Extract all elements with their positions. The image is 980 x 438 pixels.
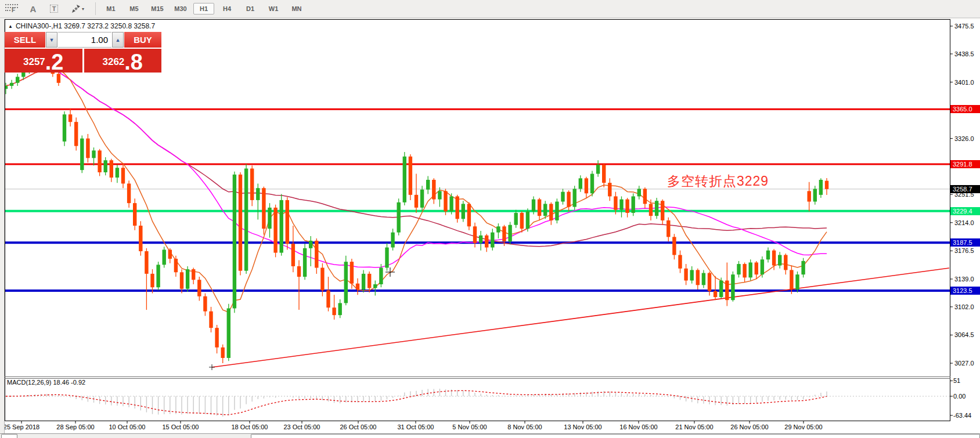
candle-body xyxy=(538,200,541,216)
candle-body xyxy=(215,328,218,347)
candle-body xyxy=(491,233,494,248)
chart-border-top xyxy=(5,19,950,20)
candle-body xyxy=(790,270,793,289)
candle-body xyxy=(456,196,459,219)
candle-body xyxy=(784,255,787,270)
price-tick-label: 3102.0 xyxy=(954,303,974,310)
candle-body xyxy=(661,201,664,220)
text-box-icon[interactable]: T xyxy=(45,2,63,16)
candle-body xyxy=(127,183,131,203)
time-tick-label: 28 Sep 05:00 xyxy=(56,423,94,430)
candle-body xyxy=(385,248,388,268)
candle-body xyxy=(338,303,342,315)
pane-splitter[interactable] xyxy=(5,378,950,379)
toolbar: F A T ▾ M1M5M15M30H1H4D1W1MN xyxy=(0,0,980,18)
candle-body xyxy=(133,203,136,226)
fibonacci-icon[interactable]: F xyxy=(3,2,21,16)
timeframe-button-m30[interactable]: M30 xyxy=(170,3,191,15)
timeframe-bar: M1M5M15M30H1H4D1W1MN xyxy=(100,3,307,15)
candle-body xyxy=(819,180,823,195)
candle-body xyxy=(714,291,717,297)
candle-body xyxy=(332,307,336,315)
candle-body xyxy=(16,77,19,82)
time-tick-label: 29 Nov 05:00 xyxy=(784,423,822,430)
price-tick-label: 3401.0 xyxy=(954,79,974,86)
candle-body xyxy=(110,160,113,178)
candle-body xyxy=(420,190,424,208)
one-click-trade-panel: SELL ▼ ▲ BUY 3257 .2 3262 .8 xyxy=(5,32,161,73)
moving-average-70[interactable] xyxy=(6,70,827,246)
candle-body xyxy=(708,273,711,291)
candle-body xyxy=(150,274,154,287)
macd-tick-label: 0.00 xyxy=(953,393,965,400)
ask-price[interactable]: 3262 .8 xyxy=(84,49,162,73)
fib-line xyxy=(5,4,18,5)
time-tick-label: 21 Nov 05:00 xyxy=(675,423,713,430)
candle-body xyxy=(608,183,611,196)
candle-body xyxy=(63,114,66,142)
volume-input[interactable] xyxy=(58,32,111,48)
candle-body xyxy=(749,262,752,277)
buy-button[interactable]: BUY xyxy=(124,32,161,48)
macd-tick-label: 51 xyxy=(953,377,960,384)
candle-body xyxy=(449,196,453,211)
time-tick-label: 23 Oct 05:00 xyxy=(284,423,320,430)
text-label-icon[interactable]: A xyxy=(24,2,42,16)
volume-increase-button[interactable]: ▲ xyxy=(112,32,124,48)
timeframe-button-m5[interactable]: M5 xyxy=(124,3,145,15)
candle-body xyxy=(209,312,212,328)
candle-body xyxy=(268,208,271,229)
candle-body xyxy=(297,266,301,277)
timeframe-button-m1[interactable]: M1 xyxy=(100,3,121,15)
price-tick-label: 3214.0 xyxy=(954,219,974,226)
timeframe-button-h1[interactable]: H1 xyxy=(193,3,214,15)
candle-body xyxy=(801,261,805,274)
candle-body xyxy=(116,168,119,178)
bid-price[interactable]: 3257 .2 xyxy=(5,49,82,73)
candle-body xyxy=(520,213,524,229)
candle-body xyxy=(98,150,101,172)
moving-average-32[interactable] xyxy=(6,70,827,267)
chart-title: ▲CHINA300-,H1 3269.7 3273.2 3250.8 3258.… xyxy=(8,22,155,30)
candle-body xyxy=(702,273,705,285)
timeframe-button-w1[interactable]: W1 xyxy=(263,3,284,15)
timeframe-button-h4[interactable]: H4 xyxy=(217,3,237,15)
candle-body xyxy=(239,175,242,271)
candle-body xyxy=(479,236,482,243)
time-tick-label: 10 Oct 05:00 xyxy=(109,423,146,430)
candle-body xyxy=(567,192,570,207)
candle-body xyxy=(286,200,289,244)
candle-body xyxy=(379,268,383,285)
price-scale-border xyxy=(950,19,950,421)
candle-body xyxy=(614,196,617,209)
candle-body xyxy=(244,169,248,271)
candle-body xyxy=(666,220,670,237)
candle-body xyxy=(462,204,465,219)
timeframe-button-d1[interactable]: D1 xyxy=(240,3,261,15)
fib-line xyxy=(5,10,10,11)
timeframe-button-mn[interactable]: MN xyxy=(286,3,307,15)
pane-splitter[interactable] xyxy=(5,377,950,377)
chart-tab[interactable] xyxy=(1,434,17,438)
collapse-icon: ▲ xyxy=(8,24,13,29)
candle-body xyxy=(690,270,694,280)
chart-border-bottom xyxy=(5,421,950,421)
candle-body xyxy=(80,139,84,170)
timeframe-button-m15[interactable]: M15 xyxy=(147,3,168,15)
time-tick-label: 18 Oct 05:00 xyxy=(232,423,268,430)
candle-body xyxy=(637,189,641,196)
time-tick-label: 5 Nov 05:00 xyxy=(452,423,487,430)
candle-body xyxy=(409,157,412,195)
mt4-window: F A T ▾ M1M5M15M30H1H4D1W1MN ▲CHINA300-,… xyxy=(0,0,980,438)
price-level-label: 3258.7 xyxy=(950,185,980,193)
candle-body xyxy=(233,175,236,309)
candle-body xyxy=(221,347,225,358)
arrow-tools-icon[interactable]: ▾ xyxy=(66,2,89,16)
candle-body xyxy=(655,201,658,216)
price-level-label: 3187.5 xyxy=(950,238,980,247)
chart-tab[interactable] xyxy=(251,434,980,438)
sell-button[interactable]: SELL xyxy=(5,32,45,48)
candle-body xyxy=(197,280,201,296)
fib-letter: F xyxy=(12,7,15,13)
volume-decrease-button[interactable]: ▼ xyxy=(46,32,57,48)
